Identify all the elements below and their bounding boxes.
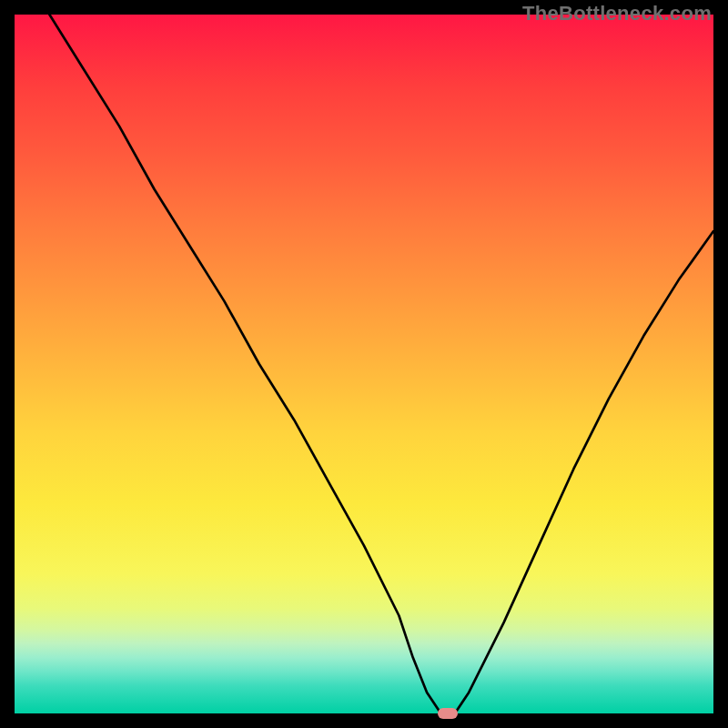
bottleneck-chart: TheBottleneck.com xyxy=(0,0,728,728)
floor-marker xyxy=(438,708,458,719)
bottleneck-curve-path xyxy=(49,15,713,713)
plot-area xyxy=(15,15,713,713)
curve-svg xyxy=(15,15,713,713)
watermark-label: TheBottleneck.com xyxy=(522,2,712,25)
